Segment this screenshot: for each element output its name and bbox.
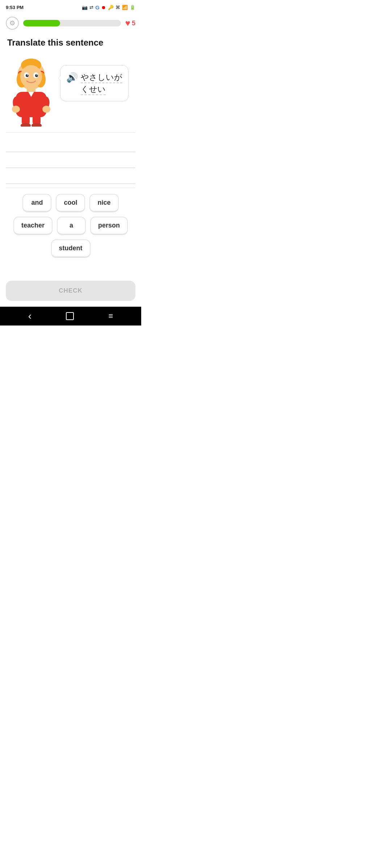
check-button-area: CHECK [0, 273, 141, 307]
japanese-line1: やさしいが [81, 71, 122, 83]
page: 9:53 PM 📷 ⇄ G ⏺ 🔑 ⌘ 📶 🔋 ⚙ ♥ 5 Translate … [0, 0, 141, 326]
record-icon: ⏺ [101, 5, 106, 10]
answer-line-3 [6, 168, 135, 184]
bluetooth-icon: ⌘ [115, 5, 120, 10]
hearts-count: 5 [132, 20, 135, 27]
word-chip-and[interactable]: and [22, 194, 51, 212]
svg-point-16 [12, 106, 20, 113]
word-chip-student[interactable]: student [51, 239, 91, 258]
battery-icon: 🔋 [130, 5, 135, 10]
status-bar: 9:53 PM 📷 ⇄ G ⏺ 🔑 ⌘ 📶 🔋 [0, 0, 141, 13]
speaker-icon[interactable]: 🔊 [66, 72, 78, 83]
nav-home-button[interactable] [66, 312, 74, 320]
nav-menu-button[interactable]: ≡ [108, 311, 113, 321]
word-chip-teacher[interactable]: teacher [13, 217, 52, 235]
answer-line-1 [6, 136, 135, 152]
svg-point-11 [37, 75, 38, 76]
transfer-icon: ⇄ [89, 5, 93, 10]
answer-area [0, 133, 141, 188]
japanese-line2: くせい [81, 83, 122, 95]
wifi-icon: 📶 [122, 5, 128, 10]
svg-point-5 [20, 65, 42, 88]
gear-icon: ⚙ [9, 19, 15, 27]
video-icon: 📷 [82, 5, 88, 10]
answer-line-2 [6, 152, 135, 168]
word-chip-nice[interactable]: nice [89, 194, 118, 212]
check-button[interactable]: CHECK [6, 281, 135, 301]
heart-icon: ♥ [125, 18, 130, 28]
settings-button[interactable]: ⚙ [6, 17, 19, 30]
svg-rect-12 [27, 87, 35, 93]
nav-back-button[interactable]: ‹ [28, 310, 31, 322]
key-icon: 🔑 [108, 5, 114, 10]
progress-fill [23, 20, 60, 26]
svg-point-17 [42, 106, 50, 113]
status-time: 9:53 PM [6, 5, 24, 10]
svg-point-10 [27, 75, 28, 76]
character-area: 🔊 やさしいが くせい [0, 51, 141, 127]
word-chip-a[interactable]: a [57, 217, 86, 235]
hearts-container: ♥ 5 [125, 18, 135, 28]
instruction-area: Translate this sentence [0, 33, 141, 51]
speech-bubble: 🔊 やさしいが くせい [60, 65, 129, 101]
word-bank: and cool nice teacher a person student [0, 188, 141, 261]
word-chip-cool[interactable]: cool [56, 194, 85, 212]
character-figure [6, 54, 56, 127]
progress-bar [23, 20, 121, 26]
word-chip-person[interactable]: person [90, 217, 128, 235]
google-icon: G [95, 4, 100, 10]
status-icons: 📷 ⇄ G ⏺ 🔑 ⌘ 📶 🔋 [82, 4, 135, 10]
top-bar: ⚙ ♥ 5 [0, 13, 141, 33]
character-svg [6, 54, 56, 127]
instruction-text: Translate this sentence [7, 38, 103, 47]
nav-bar: ‹ ≡ [0, 307, 141, 326]
